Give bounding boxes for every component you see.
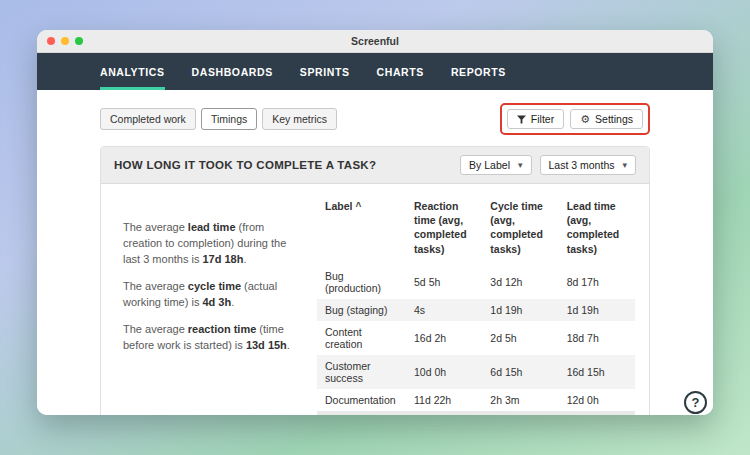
cell-cycle: 1d 19h	[482, 299, 558, 321]
table-row: Bug (staging) 4s 1d 19h 1d 19h	[317, 299, 635, 321]
page-content: Completed work Timings Key metrics Filte…	[37, 90, 713, 415]
period-select[interactable]: Last 3 months ▾	[540, 155, 636, 175]
summary-cycle-time: The average cycle time (actual working t…	[123, 279, 293, 311]
cell-reaction: 13d 15h	[406, 411, 482, 415]
cell-reaction: 5d 5h	[406, 265, 482, 299]
cell-lead: 17d 18h	[559, 411, 635, 415]
cell-lead: 12d 0h	[559, 389, 635, 411]
cell-label: Content creation	[317, 321, 406, 355]
cell-cycle: 2d 5h	[482, 321, 558, 355]
main-nav: ANALYTICS DASHBOARDS SPRINTS CHARTS REPO…	[37, 53, 713, 90]
traffic-lights	[47, 30, 83, 52]
tabs-toolbar-row: Completed work Timings Key metrics Filte…	[100, 103, 650, 135]
card-filters: By Label ▾ Last 3 months ▾	[460, 155, 636, 175]
cell-cycle: 6d 15h	[482, 355, 558, 389]
view-tabs: Completed work Timings Key metrics	[100, 108, 337, 130]
funnel-icon	[517, 115, 526, 124]
app-window: Screenful ANALYTICS DASHBOARDS SPRINTS C…	[37, 30, 713, 415]
nav-item-analytics[interactable]: ANALYTICS	[100, 53, 165, 90]
cell-reaction: 16d 2h	[406, 321, 482, 355]
settings-button[interactable]: ⚙ Settings	[570, 109, 643, 129]
nav-item-sprints[interactable]: SPRINTS	[300, 53, 350, 90]
annotation-highlight-box: Filter ⚙ Settings	[500, 103, 650, 135]
cell-reaction: 4s	[406, 299, 482, 321]
cell-cycle: 2h 3m	[482, 389, 558, 411]
timings-card: HOW LONG IT TOOK TO COMPLETE A TASK? By …	[100, 146, 650, 415]
cell-lead: 1d 19h	[559, 299, 635, 321]
nav-item-reports[interactable]: REPORTS	[451, 53, 506, 90]
minimize-window-button[interactable]	[61, 37, 69, 45]
filter-button[interactable]: Filter	[507, 109, 564, 129]
nav-item-dashboards[interactable]: DASHBOARDS	[192, 53, 273, 90]
cell-cycle: 3d 12h	[482, 265, 558, 299]
nav-item-charts[interactable]: CHARTS	[377, 53, 424, 90]
period-value: Last 3 months	[549, 159, 615, 171]
column-header-reaction-time[interactable]: Reaction time (avg, completed tasks)	[406, 196, 482, 265]
group-by-value: By Label	[469, 159, 510, 171]
timings-table: Label^ Reaction time (avg, completed tas…	[317, 196, 635, 415]
cell-lead: 8d 17h	[559, 265, 635, 299]
cell-label: Documentation	[317, 389, 406, 411]
gear-icon: ⚙	[580, 114, 590, 125]
window-titlebar[interactable]: Screenful	[37, 30, 713, 53]
zoom-window-button[interactable]	[75, 37, 83, 45]
cell-label: Bug (staging)	[317, 299, 406, 321]
cell-label: Total	[317, 411, 406, 415]
tab-timings[interactable]: Timings	[201, 108, 257, 130]
cell-label: Customer success	[317, 355, 406, 389]
cell-lead: 18d 7h	[559, 321, 635, 355]
filter-button-label: Filter	[531, 113, 554, 125]
tab-key-metrics[interactable]: Key metrics	[262, 108, 337, 130]
chevron-down-icon: ▾	[518, 161, 523, 170]
close-window-button[interactable]	[47, 37, 55, 45]
column-header-lead-time[interactable]: Lead time (avg, completed tasks)	[559, 196, 635, 265]
card-body: The average lead time (from creation to …	[101, 184, 649, 415]
cell-cycle: 4d 3h	[482, 411, 558, 415]
summary-reaction-time: The average reaction time (time before w…	[123, 322, 293, 354]
card-header: HOW LONG IT TOOK TO COMPLETE A TASK? By …	[101, 147, 649, 184]
cell-label: Bug (production)	[317, 265, 406, 299]
group-by-select[interactable]: By Label ▾	[460, 155, 531, 175]
table-row: Bug (production) 5d 5h 3d 12h 8d 17h	[317, 265, 635, 299]
settings-button-label: Settings	[595, 113, 633, 125]
column-header-label[interactable]: Label^	[317, 196, 406, 265]
help-button[interactable]: ?	[684, 391, 707, 414]
card-title: HOW LONG IT TOOK TO COMPLETE A TASK?	[114, 159, 376, 171]
table-header-row: Label^ Reaction time (avg, completed tas…	[317, 196, 635, 265]
table-row: Customer success 10d 0h 6d 15h 16d 15h	[317, 355, 635, 389]
summary-lead-time: The average lead time (from creation to …	[123, 220, 293, 268]
cell-reaction: 10d 0h	[406, 355, 482, 389]
cell-reaction: 11d 22h	[406, 389, 482, 411]
table-row: Documentation 11d 22h 2h 3m 12d 0h	[317, 389, 635, 411]
table-row: Content creation 16d 2h 2d 5h 18d 7h	[317, 321, 635, 355]
summary-panel: The average lead time (from creation to …	[123, 196, 293, 415]
table-total-row: Total 13d 15h 4d 3h 17d 18h	[317, 411, 635, 415]
cell-lead: 16d 15h	[559, 355, 635, 389]
timings-table-area: Label^ Reaction time (avg, completed tas…	[317, 196, 635, 415]
window-title: Screenful	[351, 35, 399, 47]
column-header-cycle-time[interactable]: Cycle time (avg, completed tasks)	[482, 196, 558, 265]
sort-asc-icon: ^	[355, 201, 361, 212]
chevron-down-icon: ▾	[622, 161, 627, 170]
tab-completed-work[interactable]: Completed work	[100, 108, 196, 130]
